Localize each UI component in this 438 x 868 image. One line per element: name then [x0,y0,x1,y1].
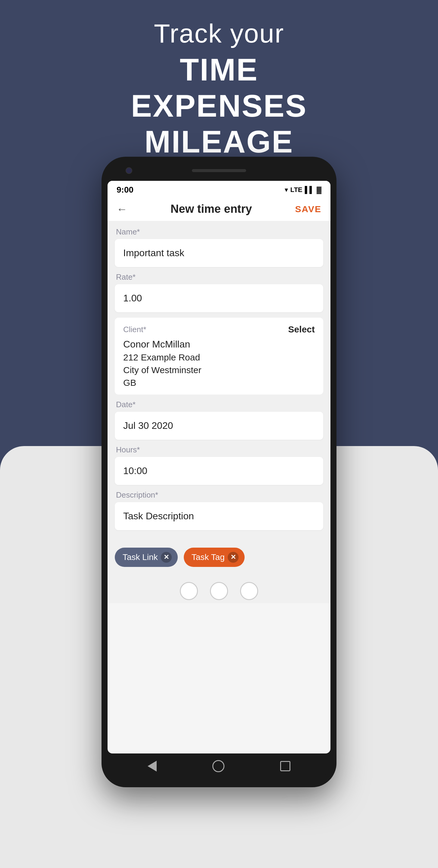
client-card: Client* Select Conor McMillan 212 Exampl… [115,318,323,395]
android-back-button[interactable] [147,761,157,772]
phone-wrapper: 9:00 ▾ LTE ▌▌ ▓ ← New time entry SAVE Na… [102,157,336,787]
rate-field-group: Rate* 1.00 [115,273,323,312]
name-label: Name* [115,227,323,237]
bottom-hint [107,576,331,603]
client-label: Client* [123,325,146,334]
tags-area: Task Link ✕ Task Tag ✕ [107,541,331,576]
hero-keywords: TIME EXPENSES MILEAGE [0,52,438,160]
signal-icon: ▌▌ [305,186,314,194]
hint-circle-2 [210,582,228,600]
date-label: Date* [115,400,323,409]
name-input[interactable]: Important task [115,239,323,267]
rate-input[interactable]: 1.00 [115,284,323,312]
hours-label: Hours* [115,445,323,455]
hero-track-text: Track your [0,18,438,49]
app-header: ← New time entry SAVE [107,197,331,221]
form-content: Name* Important task Rate* 1.00 Client* … [107,221,331,541]
lte-indicator: LTE [291,186,302,194]
battery-icon: ▓ [316,186,322,194]
description-input[interactable]: Task Description [115,502,323,530]
hero-keyword-mileage: MILEAGE [0,124,438,160]
status-bar: 9:00 ▾ LTE ▌▌ ▓ [107,181,331,197]
android-recent-button[interactable] [280,761,291,771]
hero-keyword-time: TIME [0,52,438,88]
hero-keyword-expenses: EXPENSES [0,88,438,124]
client-name: Conor McMillan [123,339,315,350]
client-country: GB [123,378,315,388]
rate-label: Rate* [115,273,323,282]
wifi-icon: ▾ [285,186,288,194]
task-tag-label: Task Tag [192,553,225,562]
task-tag-close[interactable]: ✕ [228,552,239,563]
android-home-button[interactable] [212,760,225,772]
date-input[interactable]: Jul 30 2020 [115,412,323,440]
phone-speaker [192,169,246,172]
back-button[interactable]: ← [116,203,127,216]
client-card-header: Client* Select [123,324,315,335]
save-button[interactable]: SAVE [295,204,322,214]
phone-outer: 9:00 ▾ LTE ▌▌ ▓ ← New time entry SAVE Na… [102,157,336,787]
page-title: New time entry [170,203,252,216]
task-link-close[interactable]: ✕ [161,552,172,563]
hero-section: Track your TIME EXPENSES MILEAGE [0,18,438,160]
description-label: Description* [115,490,323,500]
date-field-group: Date* Jul 30 2020 [115,400,323,440]
task-tag-tag[interactable]: Task Tag ✕ [184,548,245,567]
task-link-tag[interactable]: Task Link ✕ [115,548,178,567]
name-field-group: Name* Important task [115,227,323,267]
description-field-group: Description* Task Description [115,490,323,530]
hint-circle-1 [180,582,198,600]
hours-field-group: Hours* 10:00 [115,445,323,485]
phone-top-bar [107,165,331,176]
phone-camera [126,167,132,174]
hint-circle-3 [240,582,258,600]
status-icons: ▾ LTE ▌▌ ▓ [285,186,322,194]
task-link-label: Task Link [123,553,158,562]
client-select-button[interactable]: Select [288,324,315,335]
status-time: 9:00 [116,185,133,195]
phone-screen: 9:00 ▾ LTE ▌▌ ▓ ← New time entry SAVE Na… [107,181,331,753]
client-address2: City of Westminster [123,365,315,375]
android-nav-bar [107,753,331,779]
hours-input[interactable]: 10:00 [115,457,323,485]
client-address1: 212 Example Road [123,352,315,363]
